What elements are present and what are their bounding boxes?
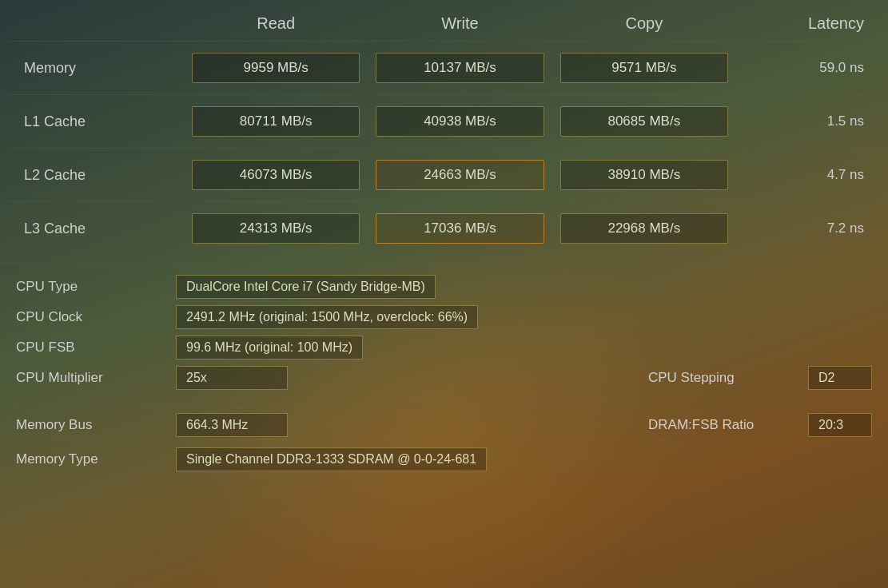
mem-label-0: Memory Bus	[16, 417, 176, 433]
cpu-mult-value: 25x	[176, 366, 288, 390]
mem-right-label-0: DRAM:FSB Ratio	[648, 417, 808, 433]
row-label-0: Memory	[8, 60, 184, 77]
read-value-1: 80711 MB/s	[192, 106, 360, 137]
latency-value-3: 7.2 ns	[736, 220, 880, 236]
info-value-1: 2491.2 MHz (original: 1500 MHz, overcloc…	[176, 305, 478, 329]
table-row: L1 Cache 80711 MB/s 40938 MB/s 80685 MB/…	[8, 94, 880, 148]
write-value-2: 24663 MB/s	[376, 160, 544, 190]
mem-label-1: Memory Type	[16, 451, 176, 467]
split-row-0: CPU Multiplier 25x CPU Stepping D2	[16, 363, 872, 393]
info-value-0: DualCore Intel Core i7 (Sandy Bridge-MB)	[176, 275, 436, 299]
mem-value-1: Single Channel DDR3-1333 SDRAM @ 0-0-24-…	[176, 447, 487, 471]
info-row-2: CPU FSB 99.6 MHz (original: 100 MHz)	[16, 332, 872, 363]
latency-value-2: 4.7 ns	[736, 167, 880, 183]
header-copy: Copy	[552, 14, 736, 33]
table-row: Memory 9959 MB/s 10137 MB/s 9571 MB/s 59…	[8, 41, 880, 94]
info-row-1: CPU Clock 2491.2 MHz (original: 1500 MHz…	[16, 302, 872, 332]
read-value-0: 9959 MB/s	[192, 53, 360, 83]
table-header: Read Write Copy Latency	[8, 0, 880, 41]
info-value-2: 99.6 MHz (original: 100 MHz)	[176, 336, 363, 360]
info-label-2: CPU FSB	[16, 340, 176, 356]
table-row: L3 Cache 24313 MB/s 17036 MB/s 22968 MB/…	[8, 201, 880, 255]
cpu-step-label: CPU Stepping	[648, 370, 808, 386]
header-read: Read	[184, 14, 368, 33]
info-row-0: CPU Type DualCore Intel Core i7 (Sandy B…	[16, 272, 872, 302]
row-label-3: L3 Cache	[8, 220, 184, 237]
copy-value-0: 9571 MB/s	[560, 53, 728, 83]
header-write: Write	[368, 14, 552, 33]
latency-value-1: 1.5 ns	[736, 113, 880, 129]
write-value-1: 40938 MB/s	[376, 106, 544, 137]
header-latency: Latency	[736, 14, 880, 33]
read-value-3: 24313 MB/s	[192, 213, 360, 244]
mem-value-0: 664.3 MHz	[176, 413, 288, 437]
row-label-2: L2 Cache	[8, 167, 184, 184]
mem-row-1: Memory Type Single Channel DDR3-1333 SDR…	[16, 440, 872, 475]
copy-value-3: 22968 MB/s	[560, 213, 728, 244]
cpu-step-value: D2	[808, 366, 872, 390]
info-label-0: CPU Type	[16, 279, 176, 295]
latency-value-0: 59.0 ns	[736, 60, 880, 76]
cpu-mult-label: CPU Multiplier	[16, 370, 176, 386]
header-empty	[8, 14, 184, 33]
table-row: L2 Cache 46073 MB/s 24663 MB/s 38910 MB/…	[8, 148, 880, 201]
write-value-0: 10137 MB/s	[376, 53, 544, 83]
copy-value-2: 38910 MB/s	[560, 160, 728, 190]
write-value-3: 17036 MB/s	[376, 213, 544, 244]
row-label-1: L1 Cache	[8, 113, 184, 130]
info-label-1: CPU Clock	[16, 309, 176, 325]
mem-right-value-0: 20:3	[808, 413, 872, 437]
read-value-2: 46073 MB/s	[192, 160, 360, 190]
copy-value-1: 80685 MB/s	[560, 106, 728, 137]
mem-row-0: Memory Bus 664.3 MHz DRAM:FSB Ratio 20:3	[16, 406, 872, 440]
